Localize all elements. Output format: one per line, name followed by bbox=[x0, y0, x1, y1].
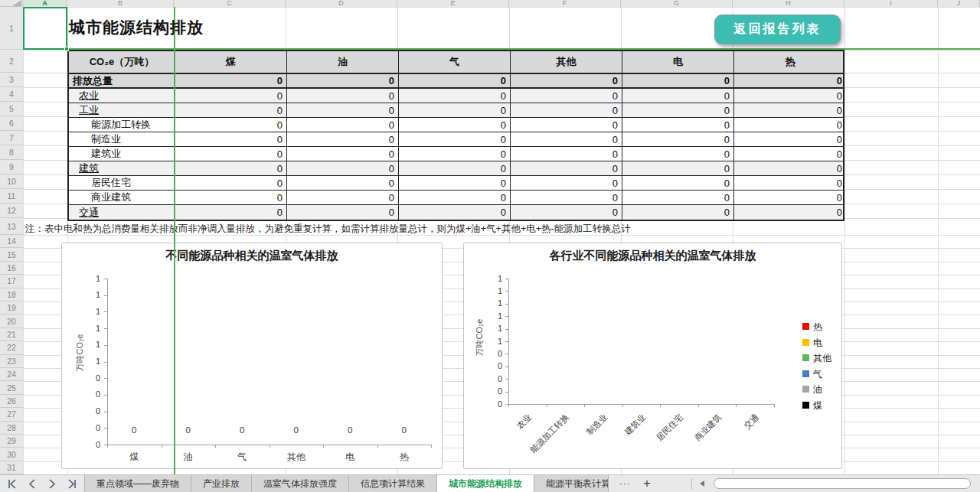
add-sheet-icon[interactable]: + bbox=[643, 475, 651, 492]
value-cell[interactable]: 0 bbox=[399, 147, 511, 161]
value-cell[interactable]: 0 bbox=[622, 118, 734, 132]
value-cell[interactable]: 0 bbox=[287, 147, 399, 161]
value-cell[interactable]: 0 bbox=[175, 205, 287, 220]
row-header-5[interactable]: 5 bbox=[0, 102, 23, 116]
row-header-6[interactable]: 6 bbox=[0, 116, 23, 131]
row-header-12[interactable]: 12 bbox=[0, 204, 23, 218]
legend-label[interactable]: 气 bbox=[813, 370, 822, 379]
value-cell[interactable]: 0 bbox=[734, 103, 846, 117]
table-header-cell[interactable]: 热 bbox=[734, 51, 846, 73]
value-cell[interactable]: 0 bbox=[287, 161, 399, 175]
value-cell[interactable]: 0 bbox=[622, 132, 734, 146]
row-header-28[interactable]: 28 bbox=[0, 422, 23, 435]
value-cell[interactable]: 0 bbox=[399, 205, 511, 220]
value-cell[interactable]: 0 bbox=[175, 161, 287, 175]
value-cell[interactable]: 0 bbox=[287, 89, 399, 103]
row-header-31[interactable]: 31 bbox=[0, 461, 23, 474]
row-header-22[interactable]: 22 bbox=[0, 341, 23, 354]
column-header-C[interactable]: C bbox=[174, 0, 286, 7]
value-cell[interactable]: 0 bbox=[734, 205, 846, 220]
value-cell[interactable]: 0 bbox=[175, 103, 287, 117]
row-header-14[interactable]: 14 bbox=[0, 235, 23, 248]
value-cell[interactable]: 0 bbox=[175, 74, 287, 87]
value-cell[interactable]: 0 bbox=[622, 176, 734, 190]
value-cell[interactable]: 0 bbox=[511, 205, 622, 220]
next-sheet-icon[interactable] bbox=[46, 478, 58, 490]
value-cell[interactable]: 0 bbox=[734, 74, 846, 87]
value-cell[interactable]: 0 bbox=[734, 118, 846, 132]
row-header-30[interactable]: 30 bbox=[0, 448, 23, 461]
value-cell[interactable]: 0 bbox=[287, 132, 399, 146]
row-header-9[interactable]: 9 bbox=[0, 160, 23, 174]
table-header-cell[interactable]: 其他 bbox=[511, 51, 622, 73]
row-header-15[interactable]: 15 bbox=[0, 248, 23, 261]
value-cell[interactable]: 0 bbox=[511, 89, 622, 103]
value-cell[interactable]: 0 bbox=[175, 176, 287, 190]
value-cell[interactable]: 0 bbox=[175, 132, 287, 146]
value-cell[interactable]: 0 bbox=[399, 176, 511, 190]
row-header-18[interactable]: 18 bbox=[0, 288, 23, 301]
value-cell[interactable]: 0 bbox=[175, 118, 287, 132]
sheet-tab[interactable]: 能源平衡表计算结 bbox=[534, 475, 609, 492]
table-header-cell[interactable]: 电 bbox=[622, 51, 734, 73]
table-header-cell[interactable]: CO₂e（万吨） bbox=[69, 51, 175, 73]
value-cell[interactable]: 0 bbox=[399, 103, 511, 117]
value-cell[interactable]: 0 bbox=[175, 191, 287, 204]
column-header-E[interactable]: E bbox=[397, 0, 509, 7]
sheet-tab[interactable]: 温室气体排放强度 bbox=[252, 475, 349, 492]
column-header-I[interactable]: I bbox=[844, 0, 938, 7]
row-header-27[interactable]: 27 bbox=[0, 408, 23, 421]
row-header-10[interactable]: 10 bbox=[0, 174, 23, 189]
row-header-25[interactable]: 25 bbox=[0, 381, 23, 394]
legend-label[interactable]: 其他 bbox=[813, 354, 831, 363]
value-cell[interactable]: 0 bbox=[734, 132, 846, 146]
first-sheet-icon[interactable] bbox=[6, 478, 18, 490]
value-cell[interactable]: 0 bbox=[511, 176, 622, 190]
value-cell[interactable]: 0 bbox=[734, 89, 846, 103]
value-cell[interactable]: 0 bbox=[622, 205, 734, 220]
value-cell[interactable]: 0 bbox=[622, 161, 734, 175]
row-label-cell[interactable]: 居民住宅 bbox=[69, 176, 175, 190]
legend-label[interactable]: 油 bbox=[813, 386, 822, 394]
value-cell[interactable]: 0 bbox=[734, 147, 846, 161]
row-label-cell[interactable]: 建筑 bbox=[69, 161, 175, 175]
row-label-cell[interactable]: 能源加工转换 bbox=[69, 118, 175, 132]
chart-energy-types[interactable]: 不同能源品种相关的温室气体排放万吨CO₂e11111100000煤0油0气0其他… bbox=[61, 243, 443, 469]
value-cell[interactable]: 0 bbox=[399, 118, 511, 132]
value-cell[interactable]: 0 bbox=[287, 176, 399, 190]
value-cell[interactable]: 0 bbox=[734, 176, 846, 190]
value-cell[interactable]: 0 bbox=[287, 103, 399, 117]
row-header-2[interactable]: 2 bbox=[0, 50, 23, 73]
row-header-26[interactable]: 26 bbox=[0, 395, 23, 408]
selected-cell-A1[interactable] bbox=[23, 7, 67, 50]
row-header-23[interactable]: 23 bbox=[0, 355, 23, 368]
sheet-tab[interactable]: 信息项计算结果 bbox=[349, 475, 437, 492]
row-header-13[interactable]: 13 bbox=[0, 218, 23, 235]
row-label-cell[interactable]: 商业建筑 bbox=[69, 191, 175, 204]
sheet-tab[interactable]: 重点领域——废弃物 bbox=[84, 475, 191, 492]
scroll-left-icon[interactable] bbox=[700, 481, 704, 487]
column-header-B[interactable]: B bbox=[67, 0, 174, 7]
row-label-cell[interactable]: 排放总量 bbox=[69, 74, 175, 87]
value-cell[interactable]: 0 bbox=[622, 103, 734, 117]
fill-handle[interactable] bbox=[64, 47, 69, 51]
value-cell[interactable]: 0 bbox=[399, 161, 511, 175]
row-label-cell[interactable]: 交通 bbox=[69, 205, 175, 220]
value-cell[interactable]: 0 bbox=[287, 118, 399, 132]
previous-sheet-icon[interactable] bbox=[26, 478, 38, 490]
value-cell[interactable]: 0 bbox=[622, 74, 734, 87]
table-header-cell[interactable]: 煤 bbox=[175, 51, 287, 73]
value-cell[interactable]: 0 bbox=[399, 191, 511, 204]
value-cell[interactable]: 0 bbox=[511, 161, 622, 175]
row-header-3[interactable]: 3 bbox=[0, 73, 23, 87]
horizontal-scrollbar[interactable] bbox=[714, 478, 971, 489]
value-cell[interactable]: 0 bbox=[511, 147, 622, 161]
value-cell[interactable]: 0 bbox=[511, 103, 622, 117]
value-cell[interactable]: 0 bbox=[287, 205, 399, 220]
return-to-report-list-button[interactable]: 返回报告列表 bbox=[714, 15, 841, 44]
value-cell[interactable]: 0 bbox=[511, 118, 622, 132]
column-header-A[interactable]: A bbox=[23, 0, 67, 7]
column-header-F[interactable]: F bbox=[509, 0, 621, 7]
value-cell[interactable]: 0 bbox=[734, 161, 846, 175]
column-header-H[interactable]: H bbox=[733, 0, 844, 7]
